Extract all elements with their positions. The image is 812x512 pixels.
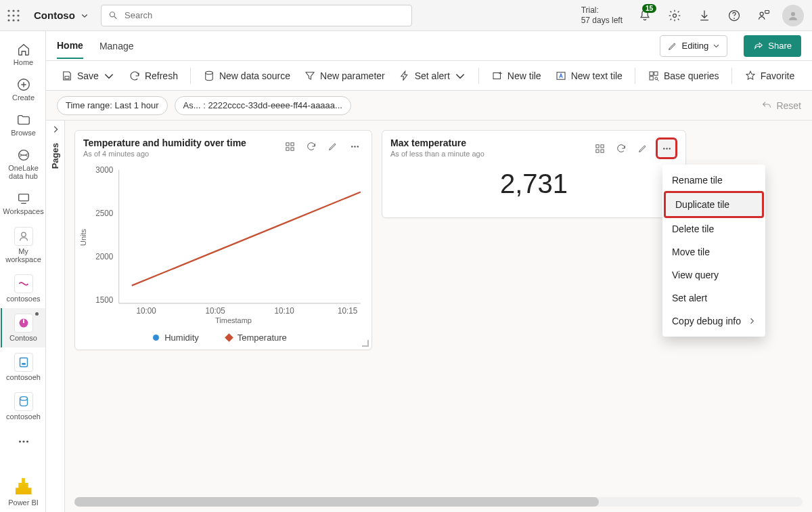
refresh-button[interactable]: Refresh [125,67,182,85]
save-button[interactable]: Save [57,67,119,85]
tile-edit-button[interactable] [634,140,652,157]
tile-more-button[interactable] [656,137,677,159]
legend-temperature: Temperature [226,333,287,343]
svg-text:10:05: 10:05 [205,305,225,315]
base-queries-button[interactable]: Base queries [644,67,723,85]
kql-db-icon [14,392,33,411]
search-field[interactable] [123,9,405,21]
rail-contosoes[interactable]: contosoes [1,269,45,308]
editing-mode-button[interactable]: Editing [660,35,728,57]
rail-browse[interactable]: Browse [1,107,45,142]
chevron-down-icon [81,12,89,20]
text-tile-icon [555,70,567,82]
new-parameter-button[interactable]: New parameter [300,67,389,85]
chart-legend: Humidity Temperature [78,328,362,349]
favorite-button[interactable]: Favorite [740,67,799,85]
ctx-view-query[interactable]: View query [662,263,765,286]
svg-point-35 [655,77,658,79]
svg-point-16 [791,12,795,16]
rail-home[interactable]: Home [1,37,45,72]
rail-powerbi[interactable]: Power BI [1,473,45,512]
ctx-delete-tile[interactable]: Delete tile [662,217,765,240]
workspace-picker[interactable]: Contoso [28,5,94,25]
ctx-set-alert[interactable]: Set alert [662,286,765,310]
tab-manage[interactable]: Manage [99,34,134,58]
tile-temperature-humidity[interactable]: Temperature and humidity over time As of… [74,130,372,350]
svg-point-42 [354,146,355,147]
dashboard-icon [14,314,33,333]
tile-more-button[interactable] [346,137,363,155]
rail-contosoeh-1[interactable]: contosoeh [1,347,45,387]
resize-handle[interactable] [362,340,369,347]
ctx-copy-debug-info[interactable]: Copy debug info [662,310,765,333]
ctx-duplicate-tile[interactable]: Duplicate tile [664,191,764,218]
search-input[interactable] [101,5,412,26]
svg-rect-37 [286,142,288,145]
rail-onelake[interactable]: OneLake data hub [1,142,45,186]
tile-refresh-button[interactable] [302,137,320,155]
svg-line-36 [657,79,658,81]
svg-point-13 [734,18,735,19]
help-button[interactable] [723,4,746,27]
svg-point-1 [12,9,14,12]
legend-humidity: Humidity [153,333,199,343]
svg-point-3 [7,14,9,16]
svg-point-60 [669,148,670,149]
workspace-square-icon [14,227,33,246]
tile-max-temperature[interactable]: Max temperature As of less than a minute… [382,130,686,218]
tile-title: Temperature and humidity over time [83,137,246,148]
new-text-tile-button[interactable]: New text tile [551,67,627,85]
rail-contoso-dashboard[interactable]: Contoso [1,308,45,347]
settings-button[interactable] [663,4,686,27]
notifications-button[interactable]: 15 [633,4,656,27]
svg-point-9 [110,12,114,17]
svg-text:3000: 3000 [95,165,113,175]
horizontal-scrollbar[interactable] [74,497,803,507]
tab-home[interactable]: Home [57,33,83,59]
time-range-pill[interactable]: Time range: Last 1 hour [57,96,168,115]
tile-explore-button[interactable] [281,137,298,155]
svg-point-4 [12,14,14,16]
download-button[interactable] [693,4,716,27]
dashboard-canvas[interactable]: Temperature and humidity over time As of… [65,121,812,512]
folder-icon [16,112,31,127]
svg-rect-56 [595,149,598,152]
pages-rail: Pages [46,121,65,512]
plot-svg: 3000 2500 2000 1500 10:00 [89,161,362,315]
svg-rect-23 [22,363,26,365]
app-launcher-icon[interactable] [5,7,22,24]
home-icon [16,42,31,57]
scrollbar-thumb[interactable] [74,497,599,507]
line-chart: Units 3000 2500 2000 1500 [75,161,371,349]
svg-rect-40 [290,147,293,150]
feedback-button[interactable] [752,4,775,27]
parameter-pill[interactable]: As... : 2222cccc-33dd-eeee-ff44-aaaaa... [175,96,351,115]
rail-workspaces[interactable]: Workspaces [1,186,45,221]
circle-swatch-icon [153,335,159,341]
ctx-move-tile[interactable]: Move tile [662,240,765,263]
pages-expand-button[interactable] [51,125,60,136]
new-data-source-button[interactable]: New data source [199,67,294,85]
ctx-rename-tile[interactable]: Rename tile [662,169,765,192]
rail-contosoeh-2[interactable]: contosoeh [1,387,45,426]
refresh-icon [306,141,317,152]
main-area: Home Manage Editing Share Save Refre [46,31,812,512]
rail-my-workspace[interactable]: My workspace [1,221,45,269]
tile-edit-button[interactable] [324,137,342,155]
set-alert-button[interactable]: Set alert [394,67,470,85]
rail-more[interactable] [1,426,45,457]
share-button[interactable]: Share [744,35,801,57]
new-tile-button[interactable]: New tile [487,67,545,85]
tile-explore-button[interactable] [591,140,608,157]
tile-refresh-button[interactable] [612,140,630,157]
reset-button[interactable]: Reset [761,100,801,111]
page-tabs: Home Manage Editing Share [46,31,812,61]
refresh-icon [129,70,141,82]
rail-create[interactable]: Create [1,72,45,107]
avatar[interactable] [782,5,804,26]
search-icon [108,10,118,20]
download-icon [698,9,711,22]
chevron-down-icon [454,70,466,82]
filter-bar: Time range: Last 1 hour As... : 2222cccc… [46,91,812,121]
svg-point-41 [351,146,353,147]
